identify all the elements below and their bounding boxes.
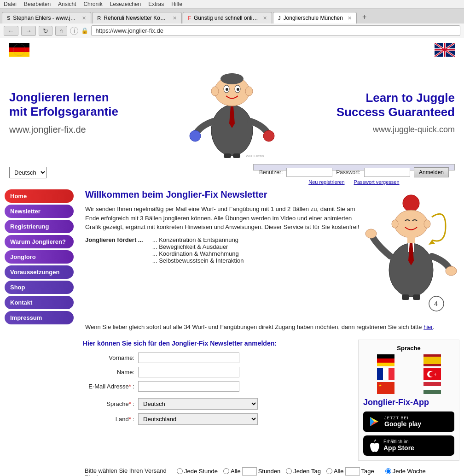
tab3-close[interactable]: ✕ bbox=[263, 15, 267, 21]
menu-lesezeichen[interactable]: Lesezeichen bbox=[110, 1, 141, 7]
header-right: Learn to Juggle Success Guaranteed www.j… bbox=[283, 82, 455, 135]
land-label: Land* : bbox=[83, 416, 138, 423]
browser-tab-1[interactable]: S Stephan Ehlers - www.jonglato... ✕ bbox=[2, 12, 91, 24]
radio-alle-tage-input[interactable] bbox=[326, 468, 332, 474]
benefit-3: ... Koordination & Wahrnehmung bbox=[152, 250, 244, 257]
radio-jeden-tag-input[interactable] bbox=[286, 468, 292, 474]
versand-rhythm-options: Jede Stunde Alle Stunden Jeden Tag bbox=[175, 465, 459, 476]
app-store-text: Erhältlich im App Store bbox=[383, 439, 414, 452]
flag-fr[interactable] bbox=[377, 368, 394, 380]
tab1-label: Stephan Ehlers - www.jonglato... bbox=[13, 15, 77, 21]
anmelden-button[interactable]: Anmelden bbox=[414, 167, 449, 177]
radio-jede-stunde-input[interactable] bbox=[177, 468, 183, 474]
passwort-vergessen-link[interactable]: Passwort vergessen bbox=[354, 179, 400, 185]
svg-rect-58 bbox=[423, 382, 441, 386]
menu-bearbeiten[interactable]: Bearbeiten bbox=[24, 1, 51, 7]
svg-point-19 bbox=[237, 88, 239, 91]
name-input[interactable] bbox=[138, 367, 239, 377]
forward-button[interactable]: → bbox=[21, 26, 36, 36]
vorname-input[interactable] bbox=[138, 353, 239, 363]
sidebar-item-voraussetzungen[interactable]: Voraussetzungen bbox=[5, 265, 74, 279]
content-title: Willkommen beim Jonglier-Fix Newsletter bbox=[85, 189, 360, 200]
stunden-input[interactable] bbox=[242, 467, 257, 476]
passwort-input[interactable] bbox=[364, 168, 410, 177]
flag-tr[interactable] bbox=[423, 368, 441, 380]
tab2-close[interactable]: ✕ bbox=[173, 15, 177, 21]
benefits-label: Jonglieren fördert ... bbox=[85, 236, 143, 264]
content-intro: Wir senden Ihnen regelmäßig per Mail ein… bbox=[85, 205, 360, 232]
refresh-button[interactable]: ↻ bbox=[39, 26, 52, 36]
radio-jeden-tag[interactable]: Jeden Tag bbox=[286, 468, 321, 475]
benutzer-label: Benutzer: bbox=[259, 169, 283, 176]
svg-rect-39 bbox=[402, 294, 409, 300]
svg-point-37 bbox=[365, 229, 377, 238]
radio-jede-woche[interactable]: Jede Woche bbox=[385, 468, 426, 475]
sidebar-item-warum[interactable]: Warum Jonglieren? bbox=[5, 235, 74, 248]
app-store-button[interactable]: Erhältlich im App Store bbox=[363, 435, 454, 456]
register-here-link[interactable]: hier bbox=[423, 324, 433, 330]
neu-registrieren-link[interactable]: Neu registrieren bbox=[308, 179, 344, 185]
svg-point-18 bbox=[226, 88, 228, 91]
benutzer-input[interactable] bbox=[286, 168, 332, 177]
land-select[interactable]: Deutschland Österreich Schweiz bbox=[138, 413, 258, 425]
radio-alle-stunden-input[interactable] bbox=[223, 468, 229, 474]
sprache-select[interactable]: Deutsch English Français bbox=[138, 398, 258, 410]
flag-es[interactable] bbox=[423, 354, 441, 366]
tab4-close[interactable]: ✕ bbox=[348, 15, 352, 21]
menu-chronik[interactable]: Chronik bbox=[83, 1, 102, 7]
sidebar-item-home[interactable]: Home bbox=[5, 189, 74, 203]
home-button[interactable]: ⌂ bbox=[55, 26, 67, 36]
german-flag-icon[interactable] bbox=[9, 43, 29, 57]
svg-point-38 bbox=[446, 266, 457, 276]
svg-rect-51 bbox=[389, 368, 394, 380]
google-play-button[interactable]: JETZT BEI Google play bbox=[363, 411, 454, 432]
sidebar-item-shop[interactable]: Shop bbox=[5, 281, 74, 294]
language-select[interactable]: Deutsch English bbox=[9, 167, 47, 178]
radio-jede-woche-input[interactable] bbox=[385, 468, 391, 474]
svg-rect-40 bbox=[413, 294, 420, 300]
erhaltlich-label: Erhältlich im bbox=[383, 439, 414, 444]
sidebar-item-newsletter[interactable]: Newsletter bbox=[5, 205, 74, 218]
browser-tab-2[interactable]: R Rehoruli Newsletter Kostenlos J... ✕ bbox=[92, 12, 182, 24]
tab4-favicon: J bbox=[278, 15, 281, 21]
menu-extras[interactable]: Extras bbox=[148, 1, 164, 7]
svg-rect-50 bbox=[383, 368, 389, 380]
login-bar: Benutzer: Passwort: Anmelden Neu registr… bbox=[259, 167, 449, 185]
new-tab-button[interactable]: + bbox=[358, 11, 371, 24]
sidebar-item-jongloro[interactable]: Jongloro bbox=[5, 250, 74, 264]
svg-rect-45 bbox=[377, 363, 394, 366]
menu-ansicht[interactable]: Ansicht bbox=[58, 1, 76, 7]
browser-tab-4[interactable]: J Jonglierschule München ✕ bbox=[273, 12, 357, 24]
sprache-row: Sprache* : Deutsch English Français bbox=[83, 398, 349, 410]
back-button[interactable]: ← bbox=[4, 26, 18, 36]
flag-cn[interactable] bbox=[377, 382, 394, 394]
sprache-title: Sprache bbox=[363, 345, 454, 352]
url-bar[interactable] bbox=[91, 25, 460, 36]
radio-alle-tage[interactable]: Alle Tage bbox=[326, 467, 374, 476]
content-text: Willkommen beim Jonglier-Fix Newsletter … bbox=[85, 189, 360, 320]
svg-rect-1 bbox=[9, 47, 29, 52]
menu-datei[interactable]: Datei bbox=[4, 1, 17, 7]
email-input[interactable] bbox=[138, 381, 239, 392]
form-container: Hier können Sie sich für den Jonglier-Fi… bbox=[83, 335, 349, 429]
browser-tab-3[interactable]: F Günstig und schnell online... ✕ bbox=[183, 12, 272, 24]
uk-flag-icon[interactable] bbox=[435, 43, 455, 57]
header-juggler: WuFlDieno bbox=[181, 57, 283, 159]
radio-alle-stunden[interactable]: Alle Stunden bbox=[223, 467, 280, 476]
sidebar-item-kontakt[interactable]: Kontakt bbox=[5, 296, 74, 309]
sidebar-item-impressum[interactable]: Impressum bbox=[5, 311, 74, 324]
main-content: Willkommen beim Jonglier-Fix Newsletter … bbox=[78, 185, 464, 335]
vorname-row: Vorname: bbox=[83, 353, 349, 363]
flag-hu[interactable] bbox=[423, 382, 441, 394]
flag-de[interactable] bbox=[377, 354, 394, 366]
jede-stunde-label: Jede Stunde bbox=[184, 468, 218, 475]
menu-hilfe[interactable]: Hilfe bbox=[171, 1, 182, 7]
tab1-close[interactable]: ✕ bbox=[82, 15, 86, 21]
app-section: Sprache Jonglier-Fix-App bbox=[358, 340, 459, 461]
radio-jede-stunde[interactable]: Jede Stunde bbox=[177, 468, 218, 475]
login-links: Neu registrieren Passwort vergessen bbox=[259, 179, 449, 185]
tage-input[interactable] bbox=[345, 467, 360, 476]
app-title: Jonglier-Fix-App bbox=[363, 398, 454, 408]
svg-rect-48 bbox=[423, 364, 441, 366]
sidebar-item-registrierung[interactable]: Registrierung bbox=[5, 220, 74, 233]
